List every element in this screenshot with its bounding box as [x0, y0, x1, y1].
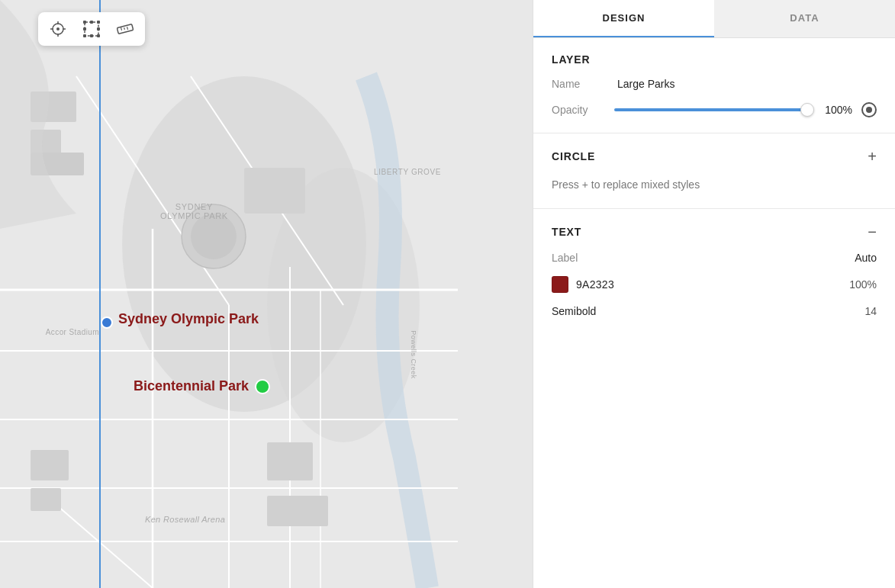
mixed-styles-message: Press + to replace mixed styles: [552, 176, 877, 193]
color-swatch: [552, 276, 568, 293]
svg-line-43: [127, 27, 127, 30]
font-style-value: Semibold: [552, 305, 596, 317]
ruler-tool[interactable]: [114, 18, 136, 40]
opacity-value: 100%: [822, 104, 852, 116]
svg-rect-24: [267, 496, 328, 526]
svg-point-1: [122, 76, 366, 412]
tab-bar: DESIGN DATA: [533, 0, 895, 38]
svg-rect-0: [0, 0, 533, 588]
map-area: SYDNEY OLYMPIC PARK LIBERTY GROVE Sydney…: [0, 0, 533, 588]
opacity-target-inner: [866, 107, 872, 113]
circle-section-header: CIRCLE +: [552, 149, 877, 164]
svg-rect-17: [31, 153, 84, 175]
svg-rect-33: [97, 21, 100, 24]
svg-rect-34: [83, 34, 86, 37]
circle-section-title: CIRCLE: [552, 150, 595, 162]
sydney-dot: [101, 316, 113, 329]
svg-rect-36: [90, 21, 93, 24]
blue-vertical-line: [99, 0, 101, 588]
svg-rect-35: [97, 34, 100, 37]
svg-rect-37: [83, 27, 86, 31]
svg-rect-39: [90, 34, 93, 37]
circle-section: CIRCLE + Press + to replace mixed styles: [533, 133, 895, 209]
svg-rect-32: [83, 21, 86, 24]
liberty-grove-label: LIBERTY GROVE: [374, 168, 441, 176]
layer-name-value: Large Parks: [617, 78, 674, 90]
opacity-slider[interactable]: [614, 102, 813, 117]
label-row: Label Auto: [552, 252, 877, 264]
accor-stadium-label: Accor Stadium: [0, 328, 99, 336]
circle-add-icon[interactable]: +: [868, 149, 877, 164]
bicentennial-dot: [255, 379, 270, 394]
svg-line-13: [191, 76, 343, 305]
font-size-value: 14: [864, 305, 877, 317]
svg-point-2: [267, 168, 420, 442]
svg-rect-15: [31, 92, 76, 122]
text-minus-icon[interactable]: −: [868, 224, 877, 239]
label-prop-label: Label: [552, 252, 578, 264]
color-hex-value: 9A2323: [576, 278, 614, 291]
layer-name-row: Name Large Parks: [552, 78, 877, 90]
layer-section-header: LAYER: [552, 53, 877, 66]
bicentennial-park-name: Bicentennial Park: [134, 378, 270, 394]
font-row: Semibold 14: [552, 305, 877, 317]
svg-rect-19: [31, 488, 61, 511]
text-section-header: TEXT −: [552, 224, 877, 239]
sydney-park-name: Sydney Olympic Park: [118, 311, 259, 327]
layer-name-label: Name: [552, 78, 605, 90]
toolbar: [38, 12, 145, 46]
slider-thumb: [800, 103, 814, 117]
opacity-row: Opacity 100%: [552, 102, 877, 117]
svg-point-21: [191, 214, 237, 259]
panel-content: LAYER Name Large Parks Opacity 100%: [533, 38, 895, 588]
ken-rosewall-label: Ken Rosewall Arena: [145, 515, 225, 524]
tab-design[interactable]: DESIGN: [533, 0, 714, 37]
svg-rect-22: [244, 168, 305, 214]
right-panel: DESIGN DATA LAYER Name Large Parks Opaci…: [533, 0, 895, 588]
svg-rect-40: [117, 24, 133, 34]
color-opacity-value: 100%: [849, 278, 877, 291]
svg-line-42: [124, 27, 125, 30]
opacity-target-icon[interactable]: [861, 102, 877, 117]
svg-rect-38: [97, 27, 100, 31]
svg-rect-23: [267, 442, 313, 480]
tab-data[interactable]: DATA: [714, 0, 895, 37]
text-section: TEXT − Label Auto 9A2323 100% Semibold 1…: [533, 209, 895, 333]
slider-track: [614, 108, 813, 111]
svg-rect-18: [31, 450, 69, 480]
text-section-title: TEXT: [552, 226, 581, 238]
transform-tool[interactable]: [81, 18, 102, 40]
sydney-olympic-label: SYDNEY OLYMPIC PARK: [160, 202, 228, 220]
color-row: 9A2323 100%: [552, 276, 877, 293]
color-swatch-group[interactable]: 9A2323: [552, 276, 614, 293]
svg-line-41: [121, 27, 121, 31]
layer-section-title: LAYER: [552, 53, 590, 66]
svg-point-30: [56, 27, 60, 31]
layer-section: LAYER Name Large Parks Opacity 100%: [533, 38, 895, 133]
opacity-label: Opacity: [552, 104, 605, 116]
label-prop-value: Auto: [855, 252, 877, 264]
powells-creek-label: Powells Creek: [410, 330, 417, 378]
svg-rect-16: [31, 130, 61, 168]
crosshair-tool[interactable]: [47, 18, 69, 40]
svg-rect-31: [85, 22, 98, 36]
